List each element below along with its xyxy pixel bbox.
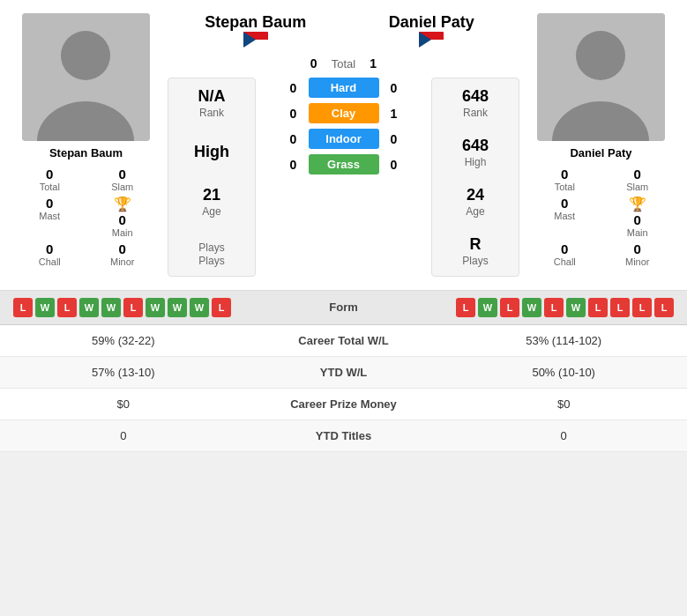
main-container: Stepan Baum 0 Total 0 Slam 0 Mast 🏆 0 M <box>0 0 687 452</box>
right-form-badge-w2: W <box>522 298 541 317</box>
form-label: Form <box>234 301 454 314</box>
right-player-name: Daniel Paty <box>570 146 631 160</box>
form-badge-w4: W <box>146 298 165 317</box>
form-badge-w1: W <box>35 298 55 317</box>
prize-money-right: $0 <box>453 397 674 411</box>
badge-grass: Grass <box>309 154 379 174</box>
right-flag <box>419 32 444 48</box>
career-total-label: Career Total W/L <box>234 334 454 347</box>
stats-row-prize-money: $0 Career Prize Money $0 <box>0 389 687 420</box>
left-player-avatar <box>22 13 150 141</box>
left-player-name: Stepan Baum <box>49 146 123 160</box>
prize-money-label: Career Prize Money <box>234 397 454 411</box>
right-player-name-center: Daniel Paty <box>389 13 474 32</box>
right-form-badge-l3: L <box>544 298 564 317</box>
ytd-titles-label: YTD Titles <box>234 429 454 442</box>
badge-indoor: Indoor <box>309 129 379 149</box>
left-plays-stat: Plays Plays <box>198 241 224 267</box>
center-section: Stepan Baum Daniel Paty <box>163 13 524 277</box>
svg-point-4 <box>576 31 625 80</box>
left-form-badges: L W L W W L W W W L <box>13 298 234 317</box>
form-badge-w3: W <box>101 298 121 317</box>
left-center-panel: N/A Rank High 21 Age Plays Plays <box>168 78 256 277</box>
form-badge-l3: L <box>123 298 143 317</box>
left-rank-stat: N/A Rank <box>198 87 226 119</box>
form-badge-w2: W <box>79 298 99 317</box>
ytd-wl-right: 50% (10-10) <box>453 366 674 379</box>
right-flag-wrapper <box>419 32 444 48</box>
left-age-stat: 21 Age <box>202 186 220 218</box>
ytd-wl-label: YTD W/L <box>234 366 454 379</box>
left-player-stats: 0 Total 0 Slam 0 Mast 🏆 0 Main 0 <box>9 167 163 267</box>
right-form-badge-l2: L <box>500 298 519 317</box>
form-badge-l4: L <box>212 298 231 317</box>
form-section: L W L W W L W W W L Form L W L W L W L L… <box>0 291 687 325</box>
right-high-stat: 648 High <box>462 137 489 168</box>
form-badge-w6: W <box>190 298 209 317</box>
right-player-stats: 0 Total 0 Slam 0 Mast 🏆 0 Main 0 <box>524 167 678 267</box>
right-header: Daniel Paty <box>344 13 520 51</box>
right-form-badge-l7: L <box>654 298 674 317</box>
left-stat-chall: 0 Chall <box>18 241 82 267</box>
surface-row-grass: 0 Grass 0 <box>261 154 426 174</box>
left-header: Stepan Baum <box>168 13 344 51</box>
right-form-badge-l5: L <box>610 298 630 317</box>
right-stat-minor: 0 Minor <box>606 241 670 267</box>
prize-money-left: $0 <box>13 397 234 411</box>
left-flag <box>243 32 268 48</box>
stats-table: 59% (32-22) Career Total W/L 53% (114-10… <box>0 325 687 452</box>
badge-hard: Hard <box>309 78 379 98</box>
right-age-stat: 24 Age <box>466 186 484 218</box>
right-plays-stat: R Plays <box>462 235 488 267</box>
right-trophy-main: 🏆 0 Main <box>606 196 670 238</box>
total-score-left: 0 <box>305 56 323 71</box>
form-badge-l1: L <box>13 298 33 317</box>
svg-point-1 <box>61 31 110 80</box>
form-badge-l2: L <box>57 298 77 317</box>
stats-row-career-total: 59% (32-22) Career Total W/L 53% (114-10… <box>0 325 687 357</box>
form-badge-w5: W <box>168 298 187 317</box>
right-form-badges: L W L W L W L L L L <box>453 298 674 317</box>
right-stat-slam: 0 Slam <box>606 167 670 192</box>
left-player-card: Stepan Baum 0 Total 0 Slam 0 Mast 🏆 0 M <box>9 13 163 267</box>
right-stat-mast: 0 Mast <box>533 196 597 238</box>
ytd-wl-left: 57% (13-10) <box>13 366 234 379</box>
right-rank-stat: 648 Rank <box>462 87 489 119</box>
career-total-left: 59% (32-22) <box>13 334 234 347</box>
surface-row-clay: 0 Clay 1 <box>261 103 426 123</box>
right-form-badge-w1: W <box>478 298 497 317</box>
left-high-stat: High <box>194 143 229 162</box>
right-stat-total: 0 Total <box>533 167 597 192</box>
right-player-avatar <box>537 13 665 141</box>
left-stat-mast: 0 Mast <box>18 196 82 238</box>
right-form-badge-l6: L <box>632 298 652 317</box>
top-section: Stepan Baum 0 Total 0 Slam 0 Mast 🏆 0 M <box>0 0 687 291</box>
right-form-badge-l1: L <box>456 298 475 317</box>
ytd-titles-right: 0 <box>453 429 674 442</box>
left-stat-minor: 0 Minor <box>91 241 155 267</box>
right-trophy-icon: 🏆 <box>629 196 646 212</box>
surface-rows: 0 Hard 0 0 Clay 1 0 Indoor 0 <box>261 78 426 277</box>
stats-row-ytd-wl: 57% (13-10) YTD W/L 50% (10-10) <box>0 357 687 389</box>
header-row: Stepan Baum Daniel Paty <box>168 13 519 51</box>
badge-clay: Clay <box>309 103 379 123</box>
left-trophy-icon: 🏆 <box>114 196 131 212</box>
right-form-badge-w3: W <box>566 298 586 317</box>
left-trophy-main: 🏆 0 Main <box>91 196 155 238</box>
left-stat-total: 0 Total <box>18 167 82 192</box>
career-total-right: 53% (114-102) <box>453 334 674 347</box>
surface-and-panels: N/A Rank High 21 Age Plays Plays <box>168 78 519 277</box>
left-stat-slam: 0 Slam <box>91 167 155 192</box>
left-flag-wrapper <box>243 32 268 48</box>
right-form-badge-l4: L <box>588 298 608 317</box>
total-score-right: 1 <box>364 56 382 71</box>
right-center-panel: 648 Rank 648 High 24 Age R Plays <box>431 78 519 277</box>
left-player-name-center: Stepan Baum <box>205 13 306 32</box>
surface-row-hard: 0 Hard 0 <box>261 78 426 98</box>
total-row: 0 Total 1 <box>168 56 519 71</box>
total-label: Total <box>332 57 355 71</box>
right-player-card: Daniel Paty 0 Total 0 Slam 0 Mast 🏆 0 M <box>524 13 678 267</box>
stats-row-ytd-titles: 0 YTD Titles 0 <box>0 420 687 452</box>
surface-row-indoor: 0 Indoor 0 <box>261 129 426 149</box>
right-stat-chall: 0 Chall <box>533 241 597 267</box>
